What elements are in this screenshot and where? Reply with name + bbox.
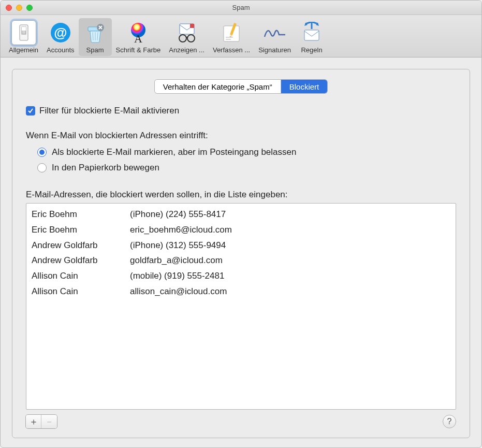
radio-label: In den Papierkorb bewegen xyxy=(52,163,159,173)
remove-button[interactable]: － xyxy=(41,415,57,428)
font-color-icon: A xyxy=(126,20,151,45)
toolbar-item-label: Regeln xyxy=(301,46,322,54)
signature-icon xyxy=(262,20,287,45)
list-footer: ＋ － ? xyxy=(26,415,456,428)
titlebar[interactable]: Spam xyxy=(1,1,481,15)
blocked-contact: allison_cain@icloud.com xyxy=(130,284,227,299)
toolbar-item-label: Schrift & Farbe xyxy=(116,46,161,54)
enable-blocked-filter-row[interactable]: Filter für blockierte E-Mail aktivieren xyxy=(26,106,456,116)
at-icon: @ xyxy=(48,20,73,45)
toolbar-item-rules[interactable]: Regeln xyxy=(295,18,328,56)
toolbar-item-composing[interactable]: Verfassen ... xyxy=(209,18,254,56)
blocked-contact: (iPhone) (312) 555-9494 xyxy=(130,238,226,253)
toolbar-item-label: Anzeigen ... xyxy=(169,46,205,54)
radio-move-to-trash-button[interactable] xyxy=(37,163,47,172)
radio-label: Als blockierte E-Mail markieren, aber im… xyxy=(52,147,296,157)
toolbar-item-signatures[interactable]: Signaturen xyxy=(254,18,295,56)
rules-envelope-icon xyxy=(299,20,324,45)
blocked-contact: (iPhone) (224) 555-8417 xyxy=(130,207,226,222)
blocked-contact: eric_boehm6@icloud.com xyxy=(130,222,232,238)
blocked-name: Eric Boehm xyxy=(32,222,130,238)
blocked-contact: (mobile) (919) 555-2481 xyxy=(130,268,224,284)
toolbar-item-fonts[interactable]: A Schrift & Farbe xyxy=(112,18,165,56)
svg-text:A: A xyxy=(134,32,142,44)
toolbar-item-viewing[interactable]: Anzeigen ... xyxy=(165,18,209,56)
enable-blocked-filter-checkbox[interactable] xyxy=(26,106,35,115)
toolbar-item-accounts[interactable]: @ Accounts xyxy=(42,18,78,56)
blocked-contact: goldfarb_a@icloud.com xyxy=(130,253,223,268)
list-item[interactable]: Eric Boehm eric_boehm6@icloud.com xyxy=(32,222,450,238)
add-button[interactable]: ＋ xyxy=(26,415,41,428)
svg-point-14 xyxy=(179,35,186,42)
trash-x-icon xyxy=(83,20,108,45)
blocked-list-heading: E-Mail-Adressen, die blockiert werden so… xyxy=(26,190,456,200)
window-title: Spam xyxy=(1,4,481,11)
blocked-addresses-list[interactable]: Eric Boehm (iPhone) (224) 555-8417 Eric … xyxy=(26,203,456,410)
plus-icon: ＋ xyxy=(29,415,38,428)
list-item[interactable]: Allison Cain allison_cain@icloud.com xyxy=(32,284,450,299)
pencil-paper-icon xyxy=(219,20,244,45)
add-remove-group: ＋ － xyxy=(26,415,57,428)
spam-subtab-control: Verhalten der Kategorie „Spam“ Blockiert xyxy=(155,80,327,93)
list-item[interactable]: Andrew Goldfarb goldfarb_a@icloud.com xyxy=(32,253,450,268)
blocked-name: Andrew Goldfarb xyxy=(32,238,130,253)
help-button[interactable]: ? xyxy=(443,415,456,428)
minus-icon: － xyxy=(45,415,54,428)
zoom-window-button[interactable] xyxy=(26,5,33,11)
radio-mark-leave-inbox-button[interactable] xyxy=(37,148,47,157)
window-controls xyxy=(6,5,33,11)
radio-mark-leave-inbox[interactable]: Als blockierte E-Mail markieren, aber im… xyxy=(37,147,456,157)
preferences-window: Spam Allgemein @ Accounts Spam A Schrift xyxy=(0,0,482,448)
toolbar-item-general[interactable]: Allgemein xyxy=(5,18,42,56)
toolbar-item-label: Accounts xyxy=(47,46,74,54)
toolbar-item-label: Verfassen ... xyxy=(213,46,250,54)
preferences-toolbar: Allgemein @ Accounts Spam A Schrift & Fa… xyxy=(1,15,481,57)
toolbar-item-label: Signaturen xyxy=(258,46,291,54)
close-window-button[interactable] xyxy=(6,5,12,11)
spam-panel: Verhalten der Kategorie „Spam“ Blockiert… xyxy=(12,69,470,438)
glasses-mail-icon xyxy=(174,20,199,45)
help-icon: ? xyxy=(447,417,452,426)
svg-rect-13 xyxy=(190,24,194,28)
tab-spam-behavior[interactable]: Verhalten der Kategorie „Spam“ xyxy=(155,80,281,93)
svg-rect-2 xyxy=(22,27,26,31)
list-item[interactable]: Andrew Goldfarb (iPhone) (312) 555-9494 xyxy=(32,238,450,253)
svg-point-15 xyxy=(187,35,195,42)
switch-icon xyxy=(11,20,36,45)
blocked-name: Andrew Goldfarb xyxy=(32,253,130,268)
when-received-heading: Wenn E-Mail von blockierten Adressen ein… xyxy=(26,131,456,141)
toolbar-item-label: Allgemein xyxy=(9,46,38,54)
minimize-window-button[interactable] xyxy=(16,5,22,11)
tab-blocked[interactable]: Blockiert xyxy=(281,80,328,93)
blocked-name: Eric Boehm xyxy=(32,207,130,222)
content-area: Verhalten der Kategorie „Spam“ Blockiert… xyxy=(1,57,481,447)
blocked-name: Allison Cain xyxy=(32,284,130,299)
svg-rect-24 xyxy=(304,30,319,40)
toolbar-item-label: Spam xyxy=(86,46,104,54)
svg-text:@: @ xyxy=(54,25,67,40)
list-item[interactable]: Eric Boehm (iPhone) (224) 555-8417 xyxy=(32,207,450,222)
enable-blocked-filter-label: Filter für blockierte E-Mail aktivieren xyxy=(39,106,179,116)
radio-move-to-trash[interactable]: In den Papierkorb bewegen xyxy=(37,163,456,173)
toolbar-item-spam[interactable]: Spam xyxy=(79,18,112,56)
blocked-name: Allison Cain xyxy=(32,268,130,284)
list-item[interactable]: Allison Cain (mobile) (919) 555-2481 xyxy=(32,268,450,284)
